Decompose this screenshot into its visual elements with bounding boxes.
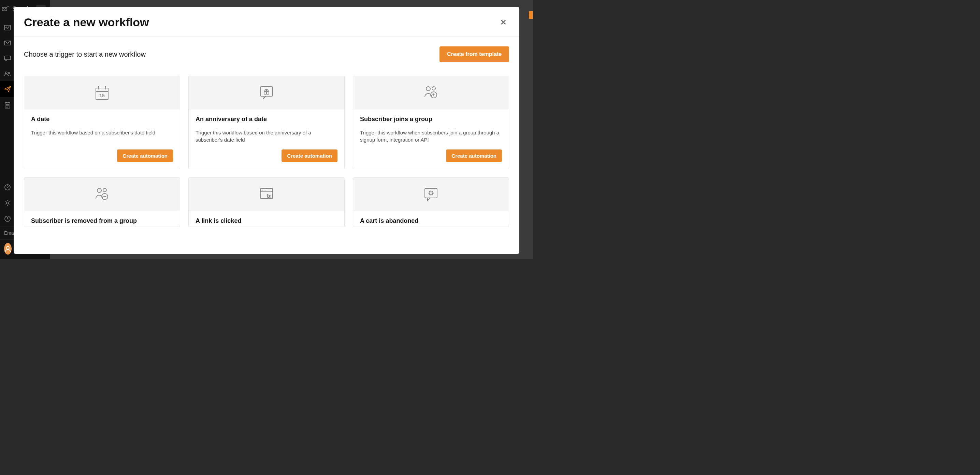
card-description: Trigger this workflow based on the anniv… bbox=[196, 129, 337, 143]
svg-point-17 bbox=[432, 87, 435, 90]
svg-rect-1 bbox=[5, 25, 11, 30]
svg-point-27 bbox=[430, 192, 432, 194]
trigger-card-cart-abandoned[interactable]: A cart is abandoned Create automation bbox=[353, 178, 509, 227]
create-automation-button[interactable]: Create automation bbox=[282, 149, 337, 162]
gear-message-icon bbox=[353, 178, 509, 211]
trigger-card-date[interactable]: 15 A date Trigger this workflow based on… bbox=[24, 76, 180, 169]
svg-point-4 bbox=[5, 71, 7, 73]
trigger-card-joins-group[interactable]: Subscriber joins a group Trigger this wo… bbox=[353, 76, 509, 169]
modal-body: Choose a trigger to start a new workflow… bbox=[14, 37, 519, 227]
trigger-card-anniversary[interactable]: An anniversary of a date Trigger this wo… bbox=[188, 76, 345, 169]
svg-text:15: 15 bbox=[99, 93, 105, 98]
svg-rect-3 bbox=[5, 56, 11, 60]
card-title: A link is clicked bbox=[196, 218, 337, 224]
svg-point-20 bbox=[103, 188, 107, 192]
trigger-card-removed-from-group[interactable]: Subscriber is removed from a group Creat… bbox=[24, 178, 180, 227]
card-title: A cart is abandoned bbox=[360, 218, 502, 224]
trigger-card-link-clicked[interactable]: A link is clicked Create automation bbox=[188, 178, 345, 227]
card-title: Subscriber is removed from a group bbox=[31, 218, 173, 224]
create-automation-button[interactable]: Create automation bbox=[446, 149, 502, 162]
card-title: Subscriber joins a group bbox=[360, 116, 502, 123]
modal-title: Create a new workflow bbox=[24, 16, 149, 29]
sms-icon bbox=[4, 56, 11, 61]
svg-point-25 bbox=[266, 190, 266, 191]
close-icon[interactable]: ✕ bbox=[498, 17, 509, 28]
card-title: A date bbox=[31, 116, 173, 123]
modal-header: Create a new workflow ✕ bbox=[14, 7, 519, 37]
dashboard-icon bbox=[4, 25, 11, 30]
browser-click-icon bbox=[189, 178, 344, 211]
gift-message-icon bbox=[189, 76, 344, 110]
modal-subheader-row: Choose a trigger to start a new workflow… bbox=[24, 46, 509, 62]
help-icon bbox=[4, 184, 11, 191]
automation-icon bbox=[4, 86, 11, 92]
subscribers-icon bbox=[4, 71, 11, 76]
svg-rect-26 bbox=[425, 188, 437, 198]
forms-icon bbox=[4, 102, 11, 108]
group-add-icon bbox=[353, 76, 509, 110]
calendar-icon: 15 bbox=[24, 76, 180, 110]
card-title: An anniversary of a date bbox=[196, 116, 337, 123]
create-from-template-button[interactable]: Create from template bbox=[439, 46, 509, 62]
trigger-cards-grid: 15 A date Trigger this workflow based on… bbox=[24, 76, 509, 227]
email-icon bbox=[4, 41, 11, 45]
card-description: Trigger this workflow based on a subscri… bbox=[31, 129, 173, 143]
svg-point-11 bbox=[6, 246, 9, 249]
create-automation-button[interactable]: Create automation bbox=[117, 149, 173, 162]
svg-point-24 bbox=[264, 190, 264, 191]
logout-icon bbox=[4, 216, 11, 222]
svg-point-23 bbox=[262, 190, 263, 191]
svg-point-19 bbox=[97, 188, 101, 192]
brand-logo-icon bbox=[2, 5, 9, 13]
group-remove-icon bbox=[24, 178, 180, 211]
svg-point-9 bbox=[6, 202, 8, 204]
create-workflow-modal: Create a new workflow ✕ Choose a trigger… bbox=[14, 7, 519, 254]
svg-point-5 bbox=[8, 72, 10, 74]
avatar bbox=[4, 243, 11, 254]
modal-subtitle: Choose a trigger to start a new workflow bbox=[24, 51, 146, 58]
svg-point-16 bbox=[426, 87, 430, 91]
card-description: Trigger this workflow when subscribers j… bbox=[360, 129, 502, 143]
settings-icon bbox=[4, 200, 11, 206]
background-orange-button-edge bbox=[529, 11, 533, 19]
